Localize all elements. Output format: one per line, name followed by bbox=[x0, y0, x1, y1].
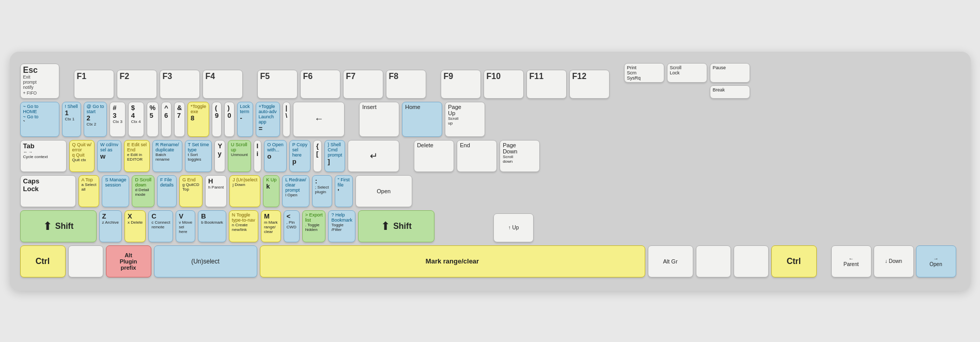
key-ctrl-left[interactable]: Ctrl bbox=[20, 245, 66, 277]
key-quote[interactable]: " Firstfile ' bbox=[335, 175, 353, 207]
key-6[interactable]: ^ 6 bbox=[161, 102, 172, 137]
key-h[interactable]: H h Parent bbox=[205, 175, 227, 207]
key-a[interactable]: A Top a Selectall bbox=[79, 175, 100, 207]
key-arrow-down[interactable]: ↓ Down bbox=[874, 245, 914, 277]
key-f12[interactable]: F12 bbox=[569, 70, 610, 99]
key-enter[interactable]: ↵ bbox=[348, 140, 399, 172]
key-minus[interactable]: Lockterm - bbox=[237, 102, 253, 137]
key-c[interactable]: C c Connectremote bbox=[148, 210, 173, 242]
bottom-row: Ctrl AltPluginprefix (Un)select Mark ran… bbox=[20, 245, 960, 277]
key-5[interactable]: % 5 bbox=[147, 102, 159, 137]
key-d[interactable]: D Scrolldown d Detailmode bbox=[132, 175, 154, 207]
key-0[interactable]: ) 0 bbox=[224, 102, 234, 137]
key-z[interactable]: Z z Archive bbox=[99, 210, 122, 242]
key-open[interactable]: Open bbox=[355, 175, 412, 207]
key-m[interactable]: M m Markrange/clear bbox=[261, 210, 281, 242]
key-space-unselect[interactable]: (Un)select bbox=[154, 245, 257, 277]
key-7[interactable]: & 7 bbox=[174, 102, 185, 137]
key-bracket-r[interactable]: } ShellCmdprompt ] bbox=[324, 140, 345, 172]
key-f4[interactable]: F4 bbox=[203, 70, 243, 99]
key-f10[interactable]: F10 bbox=[484, 70, 524, 99]
key-p[interactable]: P Copyselhere p bbox=[289, 140, 310, 172]
key-e[interactable]: E Edit selEnd e Edit inEDITOR bbox=[124, 140, 150, 172]
key-tab[interactable]: Tab ↔ →Cycle context bbox=[20, 140, 67, 172]
key-9[interactable]: ( 9 bbox=[212, 102, 222, 137]
key-alt-gr[interactable]: Alt Gr bbox=[648, 245, 693, 277]
key-f7[interactable]: F7 bbox=[343, 70, 383, 99]
key-j[interactable]: J (Un)select j Down bbox=[229, 175, 260, 207]
key-l[interactable]: L Redraw/clearprompt l Open bbox=[282, 175, 309, 207]
key-w[interactable]: W cd/mvsel as w bbox=[97, 140, 121, 172]
key-f8[interactable]: F8 bbox=[386, 70, 426, 99]
key-f3[interactable]: F3 bbox=[160, 70, 200, 99]
key-n[interactable]: N Toggletype-to-nav n Createnew/link bbox=[229, 210, 258, 242]
key-home[interactable]: Home bbox=[402, 102, 442, 137]
key-2[interactable]: @ Go tostart 2 Ctx 2 bbox=[84, 102, 107, 137]
function-key-row: Esc Exitpromptnotify+ FIFO F1 F2 F3 F4 F… bbox=[20, 63, 960, 99]
key-print-scrn[interactable]: PrintScrnSysRq bbox=[624, 63, 664, 83]
key-insert[interactable]: Insert bbox=[359, 102, 399, 137]
asdf-row: CapsLock A Top a Selectall S Managesessi… bbox=[20, 175, 960, 207]
key-b[interactable]: B b Bookmark bbox=[198, 210, 226, 242]
key-t[interactable]: T Set timetype t Sorttoggles bbox=[185, 140, 212, 172]
key-bottom-blank1[interactable] bbox=[68, 245, 103, 277]
key-esc[interactable]: Esc Exitpromptnotify+ FIFO bbox=[20, 64, 59, 99]
key-bottom-blank3[interactable] bbox=[734, 245, 769, 277]
key-slash[interactable]: ? HelpBookmark Toggle/Filter bbox=[328, 210, 355, 242]
key-u[interactable]: U Scrollup Unmount bbox=[228, 140, 251, 172]
key-f6[interactable]: F6 bbox=[300, 70, 340, 99]
key-f11[interactable]: F11 bbox=[526, 70, 567, 99]
key-f5[interactable]: F5 bbox=[257, 70, 298, 99]
key-g[interactable]: G End g QuitCDTop bbox=[179, 175, 203, 207]
key-arrow-up[interactable]: ↑ Up bbox=[493, 213, 534, 242]
qwerty-row: Tab ↔ →Cycle context Q Quit w/error q Qu… bbox=[20, 140, 960, 172]
key-arrow-left[interactable]: ←Parent bbox=[831, 245, 872, 277]
key-q[interactable]: Q Quit w/error q Quit Quit ctx bbox=[69, 140, 95, 172]
key-semicolon[interactable]: : ; Selectplugin bbox=[312, 175, 332, 207]
key-comma[interactable]: < , PinCWD bbox=[284, 210, 300, 242]
zxcv-row: ⬆ Shift Z z Archive X x Delete C c Conne… bbox=[20, 210, 960, 242]
key-x[interactable]: X x Delete bbox=[125, 210, 146, 242]
key-shift-left[interactable]: ⬆ Shift bbox=[20, 210, 97, 242]
key-alt-left[interactable]: AltPluginprefix bbox=[106, 245, 151, 277]
key-8[interactable]: *Toggleexe 8 bbox=[188, 102, 209, 137]
key-break[interactable]: Break bbox=[710, 85, 750, 99]
key-arrow-right[interactable]: →Open bbox=[916, 245, 956, 277]
key-backspace[interactable]: ← bbox=[293, 102, 345, 137]
key-1[interactable]: ! Shell 1 Ctx 1 bbox=[62, 102, 81, 137]
key-pipe[interactable]: | \ bbox=[283, 102, 291, 137]
key-tilde[interactable]: ~ Go toHOME ~ Go to ` bbox=[20, 102, 59, 137]
key-period[interactable]: > Exportlist . Togglehidden bbox=[302, 210, 326, 242]
key-ctrl-right[interactable]: Ctrl bbox=[771, 245, 817, 277]
key-k[interactable]: K Up k bbox=[263, 175, 279, 207]
key-f[interactable]: F Filedetails bbox=[157, 175, 177, 207]
key-page-up[interactable]: PageUp Scrollup bbox=[445, 102, 485, 137]
key-equals[interactable]: +Toggleauto-advLaunchapp = bbox=[256, 102, 280, 137]
key-pause[interactable]: Pause bbox=[710, 63, 750, 83]
key-f2[interactable]: F2 bbox=[117, 70, 157, 99]
key-caps-lock[interactable]: CapsLock bbox=[20, 175, 76, 207]
key-f1[interactable]: F1 bbox=[74, 70, 114, 99]
key-4[interactable]: $ 4 Ctx 4 bbox=[128, 102, 144, 137]
key-page-down[interactable]: PageDown Scrolldown bbox=[500, 140, 540, 172]
key-bracket-l[interactable]: { [ bbox=[313, 140, 322, 172]
key-i[interactable]: I i bbox=[254, 140, 262, 172]
key-r[interactable]: R Rename/duplicate Batchrename bbox=[152, 140, 182, 172]
key-space-mark[interactable]: Mark range/clear bbox=[260, 245, 645, 277]
key-bottom-blank2[interactable] bbox=[696, 245, 731, 277]
key-y[interactable]: Y y bbox=[214, 140, 225, 172]
key-scroll-lock[interactable]: ScrollLock bbox=[667, 63, 707, 83]
key-v[interactable]: V v Moveselhere bbox=[176, 210, 195, 242]
key-s[interactable]: S Managesession bbox=[102, 175, 129, 207]
key-f9[interactable]: F9 bbox=[441, 70, 481, 99]
key-delete[interactable]: Delete bbox=[414, 140, 454, 172]
key-end[interactable]: End bbox=[457, 140, 497, 172]
key-shift-right[interactable]: ⬆ Shift bbox=[358, 210, 434, 242]
key-3[interactable]: # 3 Ctx 3 bbox=[110, 102, 126, 137]
keyboard: Esc Exitpromptnotify+ FIFO F1 F2 F3 F4 F… bbox=[10, 52, 971, 291]
number-row: ~ Go toHOME ~ Go to ` ! Shell 1 Ctx 1 @ … bbox=[20, 102, 960, 137]
key-o[interactable]: O Openwith... o bbox=[264, 140, 287, 172]
